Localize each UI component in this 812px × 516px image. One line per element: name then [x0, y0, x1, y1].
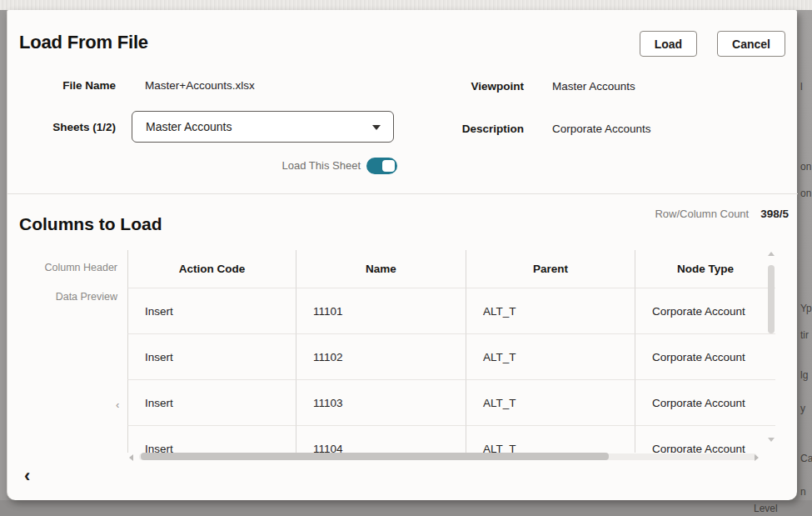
viewpoint-label: Viewpoint — [407, 80, 524, 93]
background-text-fragment: y — [800, 403, 805, 414]
cell-parent: ALT_T — [466, 288, 635, 333]
background-text-fragment: on — [800, 188, 811, 199]
vertical-scrollbar[interactable] — [767, 248, 775, 448]
cell-parent: ALT_T — [466, 333, 635, 379]
background-bottom-edge: Level — [0, 500, 812, 516]
column-header-node-type[interactable]: Node Type — [635, 250, 775, 288]
scroll-right-arrow-icon[interactable] — [755, 454, 759, 461]
row-column-count: Row/Column Count 398/5 — [655, 208, 789, 220]
table-body: Insert 11101 ALT_T Corporate Account Ins… — [127, 288, 775, 453]
horizontal-scrollbar[interactable] — [127, 453, 769, 461]
background-panel-edge: l on on Yp tir lg y Ca n — [797, 10, 812, 500]
table-row: Insert 11101 ALT_T Corporate Account — [127, 288, 775, 333]
cell-name: 11102 — [296, 333, 466, 379]
cell-action-code: Insert — [127, 333, 296, 379]
description-value: Corporate Accounts — [552, 123, 651, 135]
column-header-parent[interactable]: Parent — [466, 250, 635, 288]
row-column-count-label: Row/Column Count — [655, 208, 749, 220]
cancel-button[interactable]: Cancel — [717, 31, 785, 57]
cell-name: 11103 — [296, 379, 466, 425]
columns-to-load-title: Columns to Load — [19, 214, 162, 234]
background-level-label: Level — [754, 503, 778, 514]
sheets-dropdown[interactable]: Master Accounts — [132, 111, 394, 143]
file-name-label: File Name — [24, 79, 116, 92]
caret-down-icon — [372, 125, 381, 130]
cell-node-type: Corporate Account — [635, 425, 775, 453]
cell-action-code: Insert — [127, 288, 296, 333]
cell-node-type: Corporate Account — [635, 333, 775, 379]
app-background-texture — [0, 0, 812, 10]
scroll-left-arrow-icon[interactable] — [129, 454, 133, 461]
column-header-side-label: Column Header — [34, 262, 117, 273]
collapse-panel-chevron-icon[interactable]: ‹ — [116, 398, 119, 411]
dialog-title: Load From File — [19, 32, 148, 53]
cell-name: 11104 — [296, 425, 466, 453]
data-preview-table: Action Code Name Parent Node Type Insert… — [127, 250, 775, 453]
viewpoint-value: Master Accounts — [552, 80, 635, 93]
cell-action-code: Insert — [127, 425, 296, 453]
table-row: Insert 11103 ALT_T Corporate Account — [127, 379, 775, 425]
background-text-fragment: lg — [800, 369, 808, 381]
cell-parent: ALT_T — [466, 379, 635, 425]
background-text-fragment: Yp — [800, 303, 812, 314]
cell-action-code: Insert — [127, 379, 296, 425]
column-header-action-code[interactable]: Action Code — [127, 250, 296, 288]
sheets-label: Sheets (1/2) — [24, 121, 116, 133]
table-row: Insert 11102 ALT_T Corporate Account — [127, 333, 775, 379]
description-label: Description — [407, 123, 524, 135]
cell-node-type: Corporate Account — [635, 288, 775, 333]
table-header-row: Action Code Name Parent Node Type — [127, 250, 775, 288]
back-chevron-icon[interactable]: ‹ — [24, 467, 30, 485]
load-from-file-dialog: Load From File Load Cancel File Name Mas… — [7, 10, 797, 500]
background-text-fragment: n — [800, 486, 806, 498]
toggle-knob — [382, 160, 395, 172]
column-header-name[interactable]: Name — [296, 250, 466, 288]
load-button[interactable]: Load — [640, 31, 697, 57]
file-name-value: Master+Accounts.xlsx — [145, 79, 255, 92]
cell-node-type: Corporate Account — [635, 379, 775, 425]
horizontal-scrollbar-thumb[interactable] — [141, 453, 609, 460]
scroll-down-arrow-icon[interactable] — [768, 438, 775, 442]
background-text-fragment: l — [800, 81, 803, 93]
background-text-fragment: Ca — [800, 453, 812, 464]
dialog-action-buttons: Load Cancel — [640, 31, 785, 57]
sheets-dropdown-value: Master Accounts — [132, 120, 232, 133]
load-this-sheet-label: Load This Sheet — [282, 159, 361, 172]
cell-name: 11101 — [296, 288, 466, 333]
load-this-sheet-toggle[interactable] — [366, 158, 397, 174]
vertical-scrollbar-thumb[interactable] — [768, 265, 775, 333]
data-preview-side-label: Data Preview — [34, 291, 117, 303]
section-divider — [7, 193, 798, 194]
scroll-up-arrow-icon[interactable] — [768, 252, 775, 256]
background-text-fragment: tir — [800, 329, 809, 341]
cell-parent: ALT_T — [466, 425, 635, 453]
background-text-fragment: on — [800, 161, 811, 173]
table-row: Insert 11104 ALT_T Corporate Account — [127, 425, 775, 453]
row-column-count-value: 398/5 — [760, 208, 789, 220]
